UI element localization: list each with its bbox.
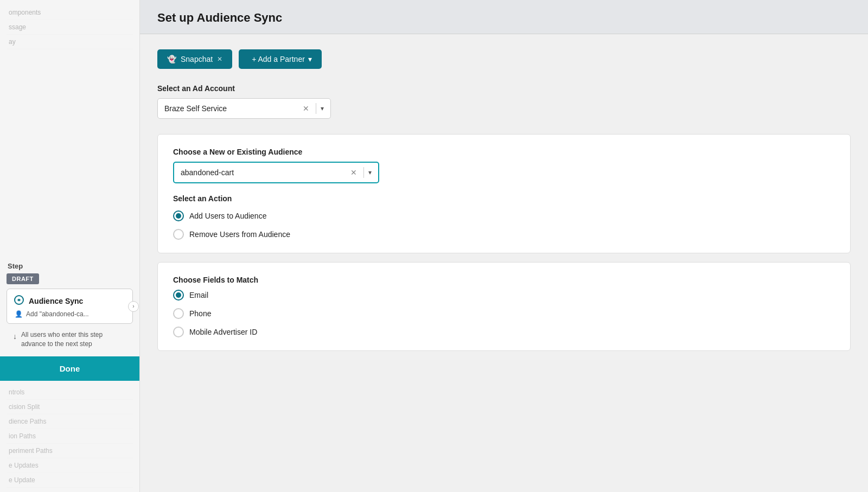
select-action-label: Select an Action [173,194,835,203]
field-mobile-label: Mobile Advertiser ID [189,328,257,336]
sidebar-item-message[interactable]: ssage [7,20,133,35]
snapchat-ghost-icon: 👻 [167,55,176,63]
user-icon: 👤 [15,310,23,318]
field-email[interactable]: Email [173,290,835,301]
field-mobile-advertiser[interactable]: Mobile Advertiser ID [173,327,835,337]
audience-select[interactable]: abandoned-cart ✕ ▾ [173,162,379,183]
field-phone-radio[interactable] [173,308,184,319]
advance-text: ↓ All users who enter this step advance … [7,326,133,353]
field-phone-label: Phone [189,309,211,318]
svg-point-1 [18,299,20,301]
ad-account-clear-icon[interactable]: ✕ [303,104,309,113]
field-mobile-radio[interactable] [173,327,184,337]
step-section: Step DRAFT Audience Sync 👤 Add "abandone… [0,257,139,356]
add-partner-chevron-icon: ▾ [308,55,312,63]
audience-sync-title: Audience Sync [14,295,126,307]
audience-clear-icon[interactable]: ✕ [350,168,357,177]
sidebar-item-decision-split[interactable]: cision Split [7,400,133,414]
fields-radio-group: Email Phone Mobile Advertiser ID [173,290,835,337]
action-add-label: Add Users to Audience [189,212,266,220]
fields-card: Choose Fields to Match Email Phone Mobil… [157,262,851,351]
audience-divider [363,167,364,178]
sidebar-item-action-paths[interactable]: ion Paths [7,429,133,444]
partner-row: 👻 Snapchat ✕ + Add a Partner ▾ [157,49,851,69]
field-email-label: Email [189,291,208,299]
page-title: Set up Audience Sync [157,11,851,25]
choose-audience-label: Choose a New or Existing Audience [173,148,835,156]
sidebar-nav-list: omponents ssage ay [0,0,139,257]
sidebar: omponents ssage ay Step DRAFT Audience S… [0,0,140,492]
sidebar-item-components[interactable]: omponents [7,5,133,20]
sidebar-bottom-nav: ntrols cision Split dience Paths ion Pat… [0,381,139,492]
action-remove-radio[interactable] [173,229,184,240]
sync-icon [14,295,24,307]
sidebar-item-delay[interactable]: ay [7,35,133,49]
sidebar-item-feature-updates[interactable]: e Updates [7,458,133,473]
audience-value: abandoned-cart [181,168,350,177]
audience-sync-subtitle: 👤 Add "abandoned-ca... [14,310,126,318]
audience-action-card: Choose a New or Existing Audience abando… [157,134,851,253]
sidebar-item-controls[interactable]: ntrols [7,385,133,400]
audience-sync-label: Audience Sync [29,297,83,305]
ad-account-divider [316,103,316,114]
add-partner-button[interactable]: + Add a Partner ▾ [239,49,322,69]
audience-chevron-icon[interactable]: ▾ [368,169,372,176]
ad-account-value: Braze Self Service [164,104,303,113]
sidebar-item-experiment-paths[interactable]: periment Paths [7,444,133,458]
ad-account-label: Select an Ad Account [157,84,851,93]
step-label: Step [7,262,133,270]
remove-snapchat-icon[interactable]: ✕ [217,55,222,63]
main-body: 👻 Snapchat ✕ + Add a Partner ▾ Select an… [140,34,868,375]
chevron-right-icon[interactable]: › [128,301,139,312]
snapchat-partner-button[interactable]: 👻 Snapchat ✕ [157,49,232,69]
choose-fields-label: Choose Fields to Match [173,276,835,284]
advance-icon: ↓ [13,331,17,342]
action-add-users[interactable]: Add Users to Audience [173,210,835,221]
main-header: Set up Audience Sync [140,0,868,34]
sidebar-item-audience-paths[interactable]: dience Paths [7,414,133,429]
action-remove-label: Remove Users from Audience [189,230,290,239]
action-remove-users[interactable]: Remove Users from Audience [173,229,835,240]
done-button[interactable]: Done [0,356,139,381]
action-add-radio-inner [176,213,181,219]
audience-sync-card[interactable]: Audience Sync 👤 Add "abandoned-ca... › [7,289,133,324]
field-phone[interactable]: Phone [173,308,835,319]
ad-account-select[interactable]: Braze Self Service ✕ ▾ [157,98,331,119]
sidebar-item-feature-update[interactable]: e Update [7,473,133,488]
draft-badge: DRAFT [7,273,39,284]
field-email-radio[interactable] [173,290,184,301]
field-email-radio-inner [176,292,181,298]
action-add-radio[interactable] [173,210,184,221]
main-content: Set up Audience Sync 👻 Snapchat ✕ + Add … [140,0,868,492]
action-radio-group: Add Users to Audience Remove Users from … [173,210,835,240]
ad-account-chevron-icon[interactable]: ▾ [321,105,324,112]
